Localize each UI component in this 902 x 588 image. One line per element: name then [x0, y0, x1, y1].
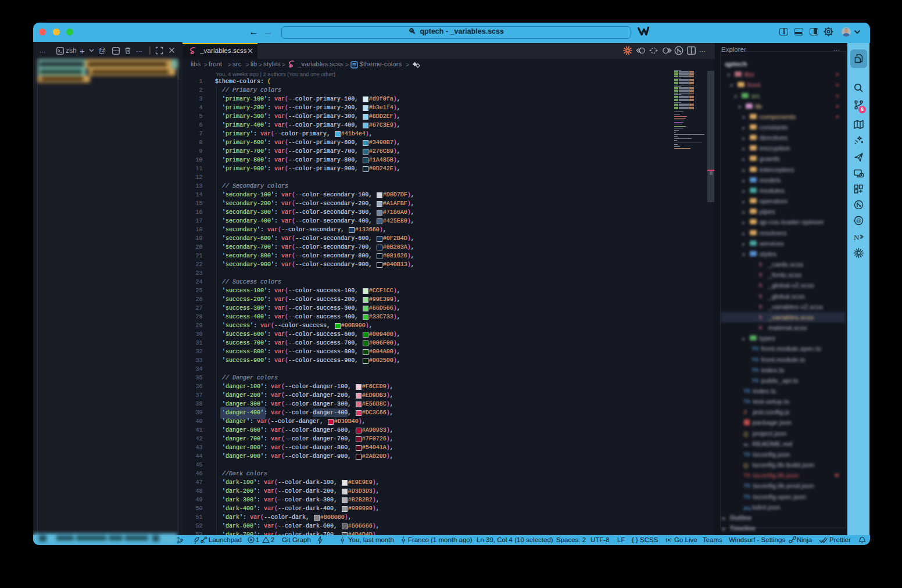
svg-text:@: @ — [856, 218, 861, 224]
svg-text:N: N — [854, 233, 860, 242]
